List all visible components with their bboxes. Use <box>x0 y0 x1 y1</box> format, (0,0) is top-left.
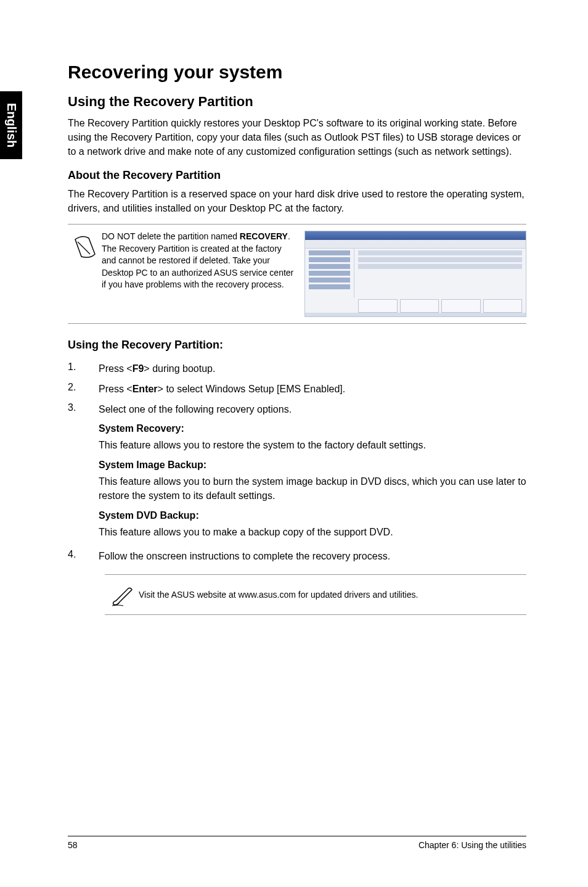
steps-list-continued: 4. Follow the onscreen instructions to c… <box>68 549 526 563</box>
step-3: 3. Select one of the following recovery … <box>68 402 526 416</box>
option-image-backup: System Image Backup: This feature allows… <box>99 460 526 503</box>
step-text: Select one of the following recovery opt… <box>99 402 526 416</box>
step-2: 2. Press <Enter> to select Windows Setup… <box>68 382 526 396</box>
warn-pre: DO NOT delete the partition named <box>102 231 240 241</box>
option-system-recovery: System Recovery: This feature allows you… <box>99 423 526 452</box>
language-tab: English <box>0 91 22 159</box>
page-number: 58 <box>68 840 78 850</box>
intro-paragraph: The Recovery Partition quickly restores … <box>68 116 526 159</box>
about-paragraph: The Recovery Partition is a reserved spa… <box>68 187 526 215</box>
step-4: 4. Follow the onscreen instructions to c… <box>68 549 526 563</box>
option-heading: System Recovery: <box>99 423 526 434</box>
step-number: 2. <box>68 382 99 396</box>
subsection-heading: About the Recovery Partition <box>68 169 526 182</box>
s1-key: F9 <box>133 363 144 374</box>
s2-post: > to select Windows Setup [EMS Enabled]. <box>158 384 346 394</box>
warning-text: DO NOT delete the partition named RECOVE… <box>102 231 304 291</box>
disk-management-screenshot <box>304 231 526 317</box>
chapter-label: Chapter 6: Using the utilities <box>419 840 526 850</box>
step-number: 1. <box>68 361 99 376</box>
info-note-text: Visit the ASUS website at www.asus.com f… <box>139 589 418 601</box>
using-heading: Using the Recovery Partition: <box>68 339 526 352</box>
warning-note: DO NOT delete the partition named RECOVE… <box>68 224 526 324</box>
option-text: This feature allows you to burn the syst… <box>99 474 526 503</box>
pencil-note-icon <box>105 581 139 608</box>
step-text: Press <F9> during bootup. <box>99 361 526 376</box>
warn-bold: RECOVERY <box>240 231 288 241</box>
step-number: 3. <box>68 402 99 416</box>
s1-post: > during bootup. <box>144 363 215 374</box>
step-text: Press <Enter> to select Windows Setup [E… <box>99 382 526 396</box>
s2-key: Enter <box>133 384 158 394</box>
option-text: This feature allows you to restore the s… <box>99 438 526 452</box>
step-1: 1. Press <F9> during bootup. <box>68 361 526 376</box>
info-note: Visit the ASUS website at www.asus.com f… <box>105 574 526 615</box>
s1-pre: Press < <box>99 363 133 374</box>
page-footer: 58 Chapter 6: Using the utilities <box>68 836 526 850</box>
option-heading: System DVD Backup: <box>99 510 526 521</box>
option-text: This feature allows you to make a backup… <box>99 525 526 539</box>
step-number: 4. <box>68 549 99 563</box>
steps-list: 1. Press <F9> during bootup. 2. Press <E… <box>68 361 526 417</box>
step-text: Follow the onscreen instructions to comp… <box>99 549 526 563</box>
hand-warning-icon <box>68 231 102 260</box>
section-heading: Using the Recovery Partition <box>68 94 526 110</box>
page-heading: Recovering your system <box>68 62 526 83</box>
s2-pre: Press < <box>99 384 133 394</box>
option-dvd-backup: System DVD Backup: This feature allows y… <box>99 510 526 539</box>
option-heading: System Image Backup: <box>99 460 526 471</box>
